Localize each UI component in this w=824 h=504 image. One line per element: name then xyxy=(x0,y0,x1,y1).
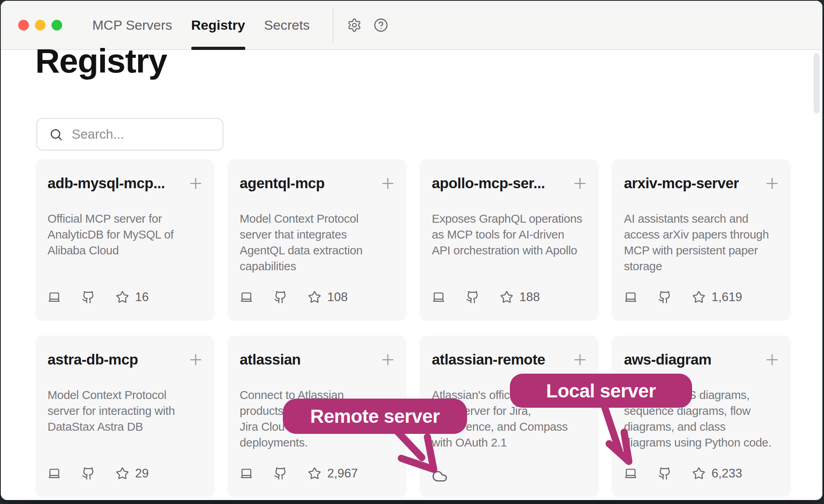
description-line: AnalyticDB for MySQL of xyxy=(48,227,209,242)
tab-registry[interactable]: Registry xyxy=(191,1,245,49)
card-footer: 16 xyxy=(48,289,149,305)
server-name: agentql-mcp xyxy=(240,175,324,192)
server-name: arxiv-mcp-server xyxy=(624,175,739,192)
server-card[interactable]: agentql-mcp Model Context Protocolserver… xyxy=(227,159,406,321)
star-icon xyxy=(500,290,513,304)
description-line: server that integrates xyxy=(240,227,401,242)
page-title: Registry xyxy=(35,41,167,80)
cloud-icon xyxy=(432,468,448,484)
server-description: Model Context Protocolserver that integr… xyxy=(240,211,401,274)
description-line: deployments. xyxy=(240,435,401,451)
description-line: API orchestration with Apollo xyxy=(432,242,593,258)
server-description: Model Context Protocolserver for interac… xyxy=(48,387,209,435)
star-count: 1,619 xyxy=(711,290,742,304)
description-line: Exposes GraphQL operations xyxy=(432,211,593,227)
description-line: DataStax Astra DB xyxy=(48,419,209,435)
star-count: 108 xyxy=(327,290,348,304)
github-icon xyxy=(658,290,671,304)
add-server-button[interactable] xyxy=(187,175,204,193)
card-footer: 188 xyxy=(432,289,540,305)
description-line: server for interacting with xyxy=(48,403,209,419)
close-window-button[interactable] xyxy=(18,20,29,31)
remote-server-callout: Remote server xyxy=(283,399,467,434)
server-description: Official MCP server forAnalyticDB for My… xyxy=(48,211,209,258)
laptop-icon xyxy=(624,467,637,480)
star-count: 16 xyxy=(135,290,149,304)
laptop-icon xyxy=(48,290,61,304)
description-line: Alibaba Cloud xyxy=(48,242,209,258)
star-icon xyxy=(116,290,129,304)
toolbar-divider xyxy=(333,8,334,42)
description-line: storage xyxy=(624,258,785,274)
card-footer xyxy=(432,466,468,481)
add-server-button[interactable] xyxy=(572,175,588,193)
server-card[interactable]: adb-mysql-mcp... Official MCP server for… xyxy=(35,159,214,321)
card-footer: 1,619 xyxy=(624,289,742,305)
card-footer: 29 xyxy=(48,466,149,481)
server-name: atlassian xyxy=(240,351,301,368)
github-icon xyxy=(82,467,95,480)
description-line: MCP with persistent paper xyxy=(624,242,785,258)
traffic-lights xyxy=(18,20,62,31)
laptop-icon xyxy=(240,467,253,480)
minimize-window-button[interactable] xyxy=(35,20,46,31)
local-server-callout: Local server xyxy=(510,374,692,408)
server-description: Exposes GraphQL operationsas MCP tools f… xyxy=(432,211,593,258)
app-window: MCP Servers Registry Secrets Registry ad… xyxy=(1,1,822,500)
github-icon xyxy=(658,467,671,480)
description-line: Model Context Protocol xyxy=(48,387,209,403)
star-count: 29 xyxy=(135,466,149,481)
add-server-button[interactable] xyxy=(380,175,396,193)
vertical-scrollbar[interactable] xyxy=(814,53,820,113)
description-line: capabilities xyxy=(240,258,401,274)
server-name: atlassian-remote xyxy=(432,351,545,368)
star-count: 2,967 xyxy=(327,466,358,481)
card-footer: 108 xyxy=(240,289,348,305)
server-card[interactable]: apollo-mcp-ser... Exposes GraphQL operat… xyxy=(420,159,599,321)
add-server-button[interactable] xyxy=(572,351,588,369)
help-circle-icon[interactable] xyxy=(374,18,388,32)
star-count: 188 xyxy=(519,290,540,304)
settings-gear-icon[interactable] xyxy=(347,18,362,32)
description-line: access arXiv papers through xyxy=(624,227,785,242)
server-name: astra-db-mcp xyxy=(48,351,138,368)
github-icon xyxy=(274,467,287,480)
tab-secrets[interactable]: Secrets xyxy=(264,1,310,49)
server-name: apollo-mcp-ser... xyxy=(432,175,545,192)
search-icon xyxy=(49,128,63,141)
server-card[interactable]: aws-diagram S diagrams,sequence diagrams… xyxy=(612,336,791,497)
search-box xyxy=(36,118,223,151)
description-line: AI assistants search and xyxy=(624,211,785,227)
description-line: diagrams, and class xyxy=(624,419,785,435)
laptop-icon xyxy=(624,290,637,304)
github-icon xyxy=(82,290,95,304)
server-card[interactable]: arxiv-mcp-server AI assistants search an… xyxy=(612,159,791,321)
card-footer: 6,233 xyxy=(624,466,742,481)
add-server-button[interactable] xyxy=(187,351,204,369)
laptop-icon xyxy=(432,290,445,304)
star-icon xyxy=(692,467,706,480)
star-icon xyxy=(692,290,706,304)
add-server-button[interactable] xyxy=(380,351,396,369)
github-icon xyxy=(466,290,479,304)
server-card-grid: adb-mysql-mcp... Official MCP server for… xyxy=(35,159,791,497)
zoom-window-button[interactable] xyxy=(52,20,62,31)
description-line: diagrams using Python code. xyxy=(624,435,785,451)
server-card[interactable]: astra-db-mcp Model Context Protocolserve… xyxy=(35,336,214,497)
laptop-icon xyxy=(48,467,61,480)
add-server-button[interactable] xyxy=(764,351,780,369)
laptop-icon xyxy=(240,290,253,304)
server-description: AI assistants search andaccess arXiv pap… xyxy=(624,211,785,274)
star-count: 6,233 xyxy=(711,466,742,481)
star-icon xyxy=(308,467,321,480)
github-icon xyxy=(274,290,287,304)
description-line: with OAuth 2.1 xyxy=(432,435,593,451)
add-server-button[interactable] xyxy=(764,175,780,193)
description-line: as MCP tools for AI-driven xyxy=(432,227,593,242)
star-icon xyxy=(308,290,321,304)
description-line: Model Context Protocol xyxy=(240,211,401,227)
server-name: adb-mysql-mcp... xyxy=(48,175,165,192)
description-line: Official MCP server for xyxy=(48,211,209,227)
description-line: AgentQL data extraction xyxy=(240,242,401,258)
search-input[interactable] xyxy=(72,127,240,142)
